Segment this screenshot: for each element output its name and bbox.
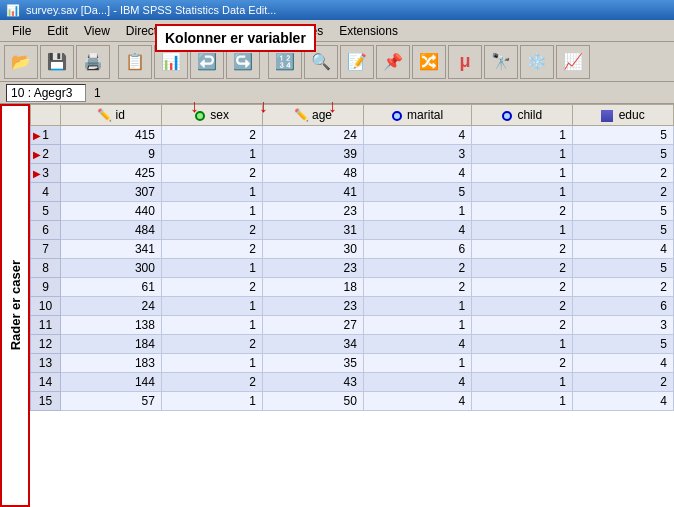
data-cell[interactable]: 1 [161,297,262,316]
data-cell[interactable]: 23 [262,297,363,316]
menu-extensions[interactable]: Extensions [331,22,406,40]
data-cell[interactable]: 61 [61,278,162,297]
data-cell[interactable]: 2 [573,183,674,202]
data-cell[interactable]: 23 [262,202,363,221]
data-cell[interactable]: 2 [472,278,573,297]
open-button[interactable]: 📂 [4,45,38,79]
data-cell[interactable]: 2 [472,354,573,373]
data-cell[interactable]: 2 [161,373,262,392]
data-cell[interactable]: 18 [262,278,363,297]
data-cell[interactable]: 2 [363,259,471,278]
data-cell[interactable]: 1 [472,221,573,240]
data-cell[interactable]: 2 [573,373,674,392]
data-cell[interactable]: 1 [161,259,262,278]
col-header-educ[interactable]: educ [573,105,674,126]
print-button[interactable]: 🖨️ [76,45,110,79]
data-cell[interactable]: 144 [61,373,162,392]
data-cell[interactable]: 2 [161,221,262,240]
menu-file[interactable]: File [4,22,39,40]
menu-edit[interactable]: Edit [39,22,76,40]
data-cell[interactable]: 184 [61,335,162,354]
data-cell[interactable]: 24 [61,297,162,316]
data-cell[interactable]: 5 [363,183,471,202]
col-header-id[interactable]: ✏️ id [61,105,162,126]
data-cell[interactable]: 2 [472,240,573,259]
data-cell[interactable]: 5 [573,335,674,354]
data-cell[interactable]: 1 [161,354,262,373]
data-cell[interactable]: 1 [472,126,573,145]
data-cell[interactable]: 27 [262,316,363,335]
data-cell[interactable]: 43 [262,373,363,392]
data-cell[interactable]: 31 [262,221,363,240]
data-cell[interactable]: 6 [573,297,674,316]
data-cell[interactable]: 138 [61,316,162,335]
data-cell[interactable]: 1 [161,183,262,202]
data-cell[interactable]: 5 [573,259,674,278]
insert-cases-button[interactable]: 📝 [340,45,374,79]
data-cell[interactable]: 2 [573,278,674,297]
data-cell[interactable]: 5 [573,126,674,145]
data-cell[interactable]: 2 [161,278,262,297]
data-cell[interactable]: 4 [573,240,674,259]
data-cell[interactable]: 4 [573,392,674,411]
data-cell[interactable]: 30 [262,240,363,259]
data-cell[interactable]: 3 [363,145,471,164]
data-cell[interactable]: 23 [262,259,363,278]
data-cell[interactable]: 2 [161,164,262,183]
data-cell[interactable]: 1 [161,202,262,221]
data-table-area[interactable]: ✏️ id sex ✏️ age marital [30,104,674,507]
data-cell[interactable]: 1 [363,297,471,316]
data-cell[interactable]: 2 [472,259,573,278]
data-cell[interactable]: 341 [61,240,162,259]
data-cell[interactable]: 1 [363,316,471,335]
data-cell[interactable]: 1 [161,392,262,411]
data-cell[interactable]: 1 [161,145,262,164]
data-cell[interactable]: 307 [61,183,162,202]
data-cell[interactable]: 415 [61,126,162,145]
data-cell[interactable]: 48 [262,164,363,183]
data-cell[interactable]: 57 [61,392,162,411]
data-cell[interactable]: 6 [363,240,471,259]
data-cell[interactable]: 1 [472,373,573,392]
data-cell[interactable]: 39 [262,145,363,164]
data-cell[interactable]: 2 [573,164,674,183]
data-cell[interactable]: 2 [472,202,573,221]
data-cell[interactable]: 4 [363,335,471,354]
data-cell[interactable]: 5 [573,145,674,164]
data-cell[interactable]: 4 [363,126,471,145]
data-cell[interactable]: 425 [61,164,162,183]
data-cell[interactable]: 1 [472,335,573,354]
select-button[interactable]: 🔭 [484,45,518,79]
data-cell[interactable]: 2 [472,316,573,335]
data-cell[interactable]: 484 [61,221,162,240]
data-cell[interactable]: 440 [61,202,162,221]
data-cell[interactable]: 24 [262,126,363,145]
toolbar-btn14[interactable]: ❄️ [520,45,554,79]
data-cell[interactable]: 5 [573,202,674,221]
data-cell[interactable]: 1 [472,164,573,183]
insert-vars-button[interactable]: 📌 [376,45,410,79]
data-cell[interactable]: 2 [161,240,262,259]
data-cell[interactable]: 50 [262,392,363,411]
data-cell[interactable]: 2 [363,278,471,297]
data-cell[interactable]: 3 [573,316,674,335]
save-button[interactable]: 💾 [40,45,74,79]
split-button[interactable]: 🔀 [412,45,446,79]
data-cell[interactable]: 1 [363,202,471,221]
data-cell[interactable]: 4 [363,221,471,240]
data-cell[interactable]: 300 [61,259,162,278]
data-cell[interactable]: 2 [161,126,262,145]
toolbar-btn15[interactable]: 📈 [556,45,590,79]
data-cell[interactable]: 5 [573,221,674,240]
data-cell[interactable]: 4 [363,373,471,392]
col-header-child[interactable]: child [472,105,573,126]
data-cell[interactable]: 4 [363,392,471,411]
data-cell[interactable]: 1 [472,392,573,411]
menu-view[interactable]: View [76,22,118,40]
weight-button[interactable]: μ [448,45,482,79]
data-cell[interactable]: 41 [262,183,363,202]
data-cell[interactable]: 2 [472,297,573,316]
data-cell[interactable]: 2 [161,335,262,354]
dialog-button[interactable]: 📋 [118,45,152,79]
data-cell[interactable]: 1 [472,145,573,164]
